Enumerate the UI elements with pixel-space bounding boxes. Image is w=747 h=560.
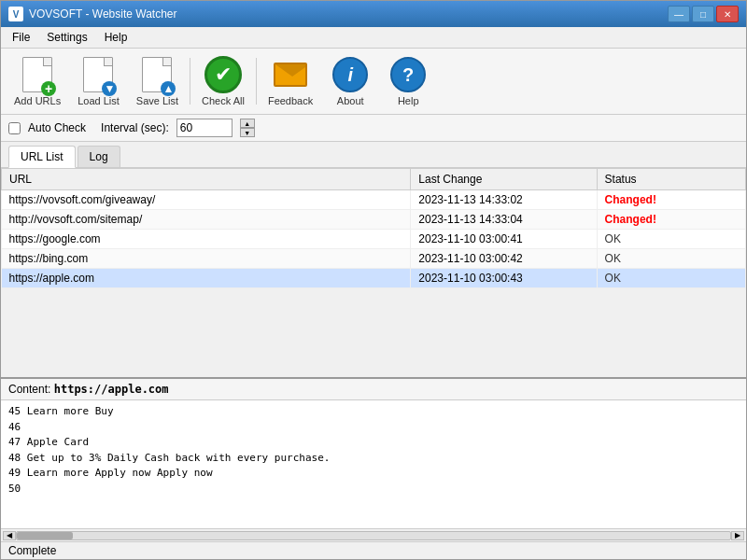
cell-status: OK [597,230,745,249]
menu-bar: File Settings Help [1,27,746,49]
tab-log[interactable]: Log [78,146,120,167]
hscroll-right[interactable]: ▶ [731,531,744,540]
spinner-down[interactable]: ▼ [240,128,255,137]
tabs-bar: URL List Log [1,142,746,168]
main-content: URL Last Change Status https://vovsoft.c… [1,168,746,541]
cell-url: http://vovsoft.com/sitemap/ [2,210,411,230]
cell-status: OK [597,269,745,288]
about-label: About [337,95,364,106]
help-button[interactable]: ? Help [380,52,436,110]
check-all-button[interactable]: ✔ Check All [194,52,252,110]
toolbar: + Add URLs ▼ Load List ▲ Save List ✔ Che [1,49,746,115]
save-list-label: Save List [136,95,178,106]
autocheck-bar: Auto Check Interval (sec): ▲ ▼ [1,115,746,142]
content-line: 46 [8,420,739,436]
interval-input[interactable] [176,119,233,137]
cell-status: Changed! [597,190,745,210]
cell-status: Changed! [597,210,745,230]
content-header: Content: https://apple.com [1,379,746,400]
cell-last-change: 2023-11-13 14:33:04 [411,210,597,230]
cell-last-change: 2023-11-10 03:00:43 [411,269,597,288]
add-urls-button[interactable]: + Add URLs [7,52,68,110]
interval-spinner[interactable]: ▲ ▼ [240,119,255,137]
hscroll-track[interactable] [16,531,731,540]
content-line: 50 [8,482,739,497]
content-line: 49 Learn more Apply now Apply now [8,466,739,482]
cell-status: OK [597,249,745,269]
save-list-button[interactable]: ▲ Save List [129,52,186,110]
col-status: Status [597,169,745,190]
interval-label: Interval (sec): [101,121,169,134]
feedback-label: Feedback [268,95,313,106]
cell-url: https://vovsoft.com/giveaway/ [2,190,411,210]
about-icon: i [332,57,368,92]
feedback-button[interactable]: Feedback [261,52,320,110]
maximize-button[interactable]: □ [692,6,714,22]
content-url: https://apple.com [54,383,169,396]
cell-last-change: 2023-11-10 03:00:42 [411,249,597,269]
title-bar: V VOVSOFT - Website Watcher — □ ✕ [1,1,746,27]
help-icon: ? [390,57,426,92]
toolbar-divider-1 [190,58,190,105]
content-label: Content: [8,383,50,396]
window-title: VOVSOFT - Website Watcher [29,7,176,21]
cell-url: https://apple.com [2,269,411,288]
table-row[interactable]: https://vovsoft.com/giveaway/2023-11-13 … [2,190,746,210]
tab-url-list[interactable]: URL List [8,146,76,168]
table-row[interactable]: https://bing.com2023-11-10 03:00:42OK [2,249,746,269]
add-urls-icon: + [41,81,56,96]
save-list-icon: ▲ [161,81,176,96]
content-line: 48 Get up to 3% Daily Cash back with eve… [8,451,739,467]
cell-last-change: 2023-11-10 03:00:41 [411,230,597,249]
url-table-container[interactable]: URL Last Change Status https://vovsoft.c… [1,168,746,379]
check-all-label: Check All [202,95,245,106]
check-all-icon: ✔ [204,56,242,93]
menu-settings[interactable]: Settings [39,29,94,46]
minimize-button[interactable]: — [668,6,690,22]
load-list-icon: ▼ [102,81,117,96]
col-url: URL [2,169,411,190]
load-list-label: Load List [78,95,120,106]
status-bar: Complete [1,541,746,559]
hscroll-thumb[interactable] [17,532,73,539]
cell-url: https://bing.com [2,249,411,269]
title-bar-left: V VOVSOFT - Website Watcher [8,7,176,21]
about-button[interactable]: i About [322,52,378,110]
app-icon: V [8,7,23,21]
hscroll-bar[interactable]: ◀ ▶ [1,528,746,541]
menu-help[interactable]: Help [97,29,135,46]
content-line: 45 Learn more Buy [8,404,739,420]
status-text: Complete [8,544,56,557]
close-button[interactable]: ✕ [716,6,739,22]
toolbar-divider-2 [256,58,257,105]
autocheck-checkbox[interactable] [8,122,21,134]
table-row[interactable]: https://apple.com2023-11-10 03:00:43OK [2,269,746,288]
load-list-button[interactable]: ▼ Load List [70,52,127,110]
help-label: Help [398,95,419,106]
col-last-change: Last Change [411,169,597,190]
table-row[interactable]: http://vovsoft.com/sitemap/2023-11-13 14… [2,210,746,230]
add-urls-label: Add URLs [14,95,61,106]
spinner-up[interactable]: ▲ [240,119,255,128]
menu-file[interactable]: File [5,29,37,46]
content-body[interactable]: 45 Learn more Buy4647 Apple Card48 Get u… [1,400,746,528]
cell-last-change: 2023-11-13 14:33:02 [411,190,597,210]
autocheck-label[interactable]: Auto Check [28,121,86,134]
window-controls: — □ ✕ [668,6,739,22]
table-row[interactable]: https://google.com2023-11-10 03:00:41OK [2,230,746,249]
content-panel: Content: https://apple.com 45 Learn more… [1,379,746,528]
content-line: 47 Apple Card [8,435,739,451]
cell-url: https://google.com [2,230,411,249]
url-table: URL Last Change Status https://vovsoft.c… [1,168,746,288]
hscroll-left[interactable]: ◀ [3,531,16,540]
